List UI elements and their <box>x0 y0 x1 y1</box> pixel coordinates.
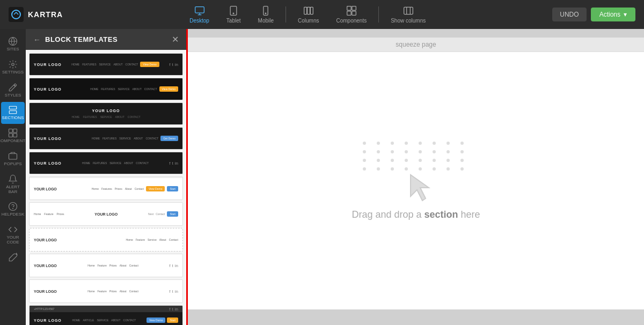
show-columns-btn[interactable]: Show columns <box>383 2 433 27</box>
components-label: Components <box>336 18 367 24</box>
svg-point-0 <box>12 10 20 19</box>
mobile-btn[interactable]: Mobile <box>251 2 281 27</box>
svg-rect-22 <box>9 134 13 137</box>
template-item[interactable]: YOUR LOGO HOMEFEATURESSERVICEABOUTCONTAC… <box>29 152 183 174</box>
logo-icon <box>9 7 24 22</box>
svg-point-17 <box>12 63 14 66</box>
svg-rect-7 <box>307 7 310 14</box>
top-toolbar: KARTRA Desktop Tablet Mobile <box>0 0 644 29</box>
svg-rect-18 <box>9 107 17 109</box>
desktop-btn[interactable]: Desktop <box>182 2 217 27</box>
tablet-btn[interactable]: Tablet <box>219 2 248 27</box>
canvas-area: squeeze page Drag and drop a section her… <box>188 29 644 325</box>
template-item[interactable]: YOUR LOGO HomeFeaturePricesAboutContact … <box>29 254 183 277</box>
toolbar-center: Desktop Tablet Mobile Colum <box>182 2 433 27</box>
desktop-label: Desktop <box>189 18 209 24</box>
sidebar-item-sites[interactable]: SITES <box>1 33 25 55</box>
svg-rect-24 <box>9 153 17 159</box>
template-item[interactable]: YOUR LOGO HOMEFEATURESSERVICEABOUTCONTAC… <box>29 127 183 150</box>
template-item[interactable]: YOUR LOGO HomeFeaturesPricesAboutContact… <box>29 176 183 200</box>
svg-rect-10 <box>352 6 356 11</box>
sidebar-item-settings[interactable]: SETTINGS <box>1 56 25 78</box>
svg-point-26 <box>13 209 13 209</box>
page-label: squeeze page <box>188 38 644 52</box>
tablet-label: Tablet <box>226 18 241 24</box>
columns-btn[interactable]: Columns <box>290 2 326 27</box>
sidebar-item-sections[interactable]: SECTIONS <box>1 102 25 124</box>
svg-rect-13 <box>404 7 413 14</box>
svg-rect-21 <box>13 129 17 133</box>
main-area: SITES SETTINGS STYLES SECTIONS <box>0 29 644 325</box>
svg-rect-23 <box>13 134 17 137</box>
svg-rect-20 <box>9 129 13 133</box>
svg-rect-6 <box>304 7 306 14</box>
svg-point-3 <box>233 13 234 14</box>
drop-text: Drag and drop a section here <box>352 209 480 220</box>
cursor-icon <box>405 171 437 203</box>
actions-button[interactable]: Actions ▾ <box>591 8 635 21</box>
panel-header: ← BLOCK TEMPLATES ✕ <box>26 29 186 50</box>
template-item[interactable]: YOUR LOGO HOMEFEATURESSERVICEABOUTCONTAC… <box>29 78 183 100</box>
panel-header-left: ← BLOCK TEMPLATES <box>33 35 118 44</box>
svg-rect-11 <box>347 11 351 16</box>
sidebar-item-paint[interactable] <box>1 249 25 265</box>
svg-rect-8 <box>310 7 313 14</box>
undo-button[interactable]: UNDO <box>552 8 586 21</box>
template-item[interactable]: YOUR LOGO HOMEFEATURESSERVICEABOUTCONTAC… <box>29 53 183 76</box>
sidebar-item-styles[interactable]: STYLES <box>1 79 25 101</box>
components-btn[interactable]: Components <box>328 2 374 27</box>
svg-point-5 <box>265 13 266 14</box>
svg-rect-1 <box>195 7 204 13</box>
panel-title: BLOCK TEMPLATES <box>45 35 118 43</box>
sidebar-item-your-code[interactable]: YOUR CODE <box>1 221 25 248</box>
svg-rect-9 <box>347 6 351 11</box>
template-item[interactable]: YOUR LOGO HomeFeatureServiceAboutContact <box>29 228 183 252</box>
logo-text: KARTRA <box>28 10 63 19</box>
svg-rect-19 <box>9 111 17 114</box>
sidebar-label-alert-bar: ALERT BAR <box>2 185 24 195</box>
template-list: YOUR LOGO HOMEFEATURESSERVICEABOUTCONTAC… <box>26 50 186 325</box>
logo: KARTRA <box>9 7 63 22</box>
sidebar-label-helpdesk: HELPDESK <box>2 212 25 217</box>
sidebar-label-sections: SECTIONS <box>2 116 24 121</box>
drop-zone-dots <box>363 142 469 171</box>
canvas-content[interactable]: Drag and drop a section here <box>188 52 644 309</box>
template-item[interactable]: HomeFeaturePrices YOUR LOGO Next Contact… <box>29 202 183 226</box>
svg-point-25 <box>9 203 17 211</box>
show-columns-label: Show columns <box>391 18 426 24</box>
panel-close-button[interactable]: ✕ <box>172 34 179 45</box>
sidebar-label-components: COMPONENTS <box>0 139 28 144</box>
chevron-down-icon: ▾ <box>624 11 627 18</box>
template-item[interactable]: +HTTP:123.4567 ftin YOUR LOGO HOMEARTICL… <box>29 305 183 325</box>
svg-rect-12 <box>352 11 356 16</box>
sidebar-label-sites: SITES <box>6 47 19 52</box>
sidebar-label-styles: STYLES <box>5 93 21 98</box>
sidebar-label-settings: SETTINGS <box>2 70 24 75</box>
toolbar-right: UNDO Actions ▾ <box>552 8 635 21</box>
sidebar-item-helpdesk[interactable]: HELPDESK <box>1 198 25 220</box>
template-item[interactable]: YOUR LOGO HomeFeaturePricesAboutContact … <box>29 279 183 303</box>
sidebar-icons: SITES SETTINGS STYLES SECTIONS <box>0 29 26 325</box>
sidebar-item-components[interactable]: COMPONENTS <box>1 125 25 147</box>
sidebar-item-popups[interactable]: POPUPS <box>1 148 25 170</box>
panel-back-button[interactable]: ← <box>33 35 41 44</box>
block-templates-panel: ← BLOCK TEMPLATES ✕ YOUR LOGO HOMEFEATUR… <box>26 29 188 325</box>
template-item[interactable]: YOUR LOGO HOMEFEATURESSERVICEABOUTCONTAC… <box>29 102 183 125</box>
sidebar-label-your-code: YOUR CODE <box>2 235 24 245</box>
sidebar-item-alert-bar[interactable]: ALERT BAR <box>1 171 25 198</box>
sidebar-label-popups: POPUPS <box>4 162 21 167</box>
mobile-label: Mobile <box>258 18 274 24</box>
columns-label: Columns <box>298 18 319 24</box>
